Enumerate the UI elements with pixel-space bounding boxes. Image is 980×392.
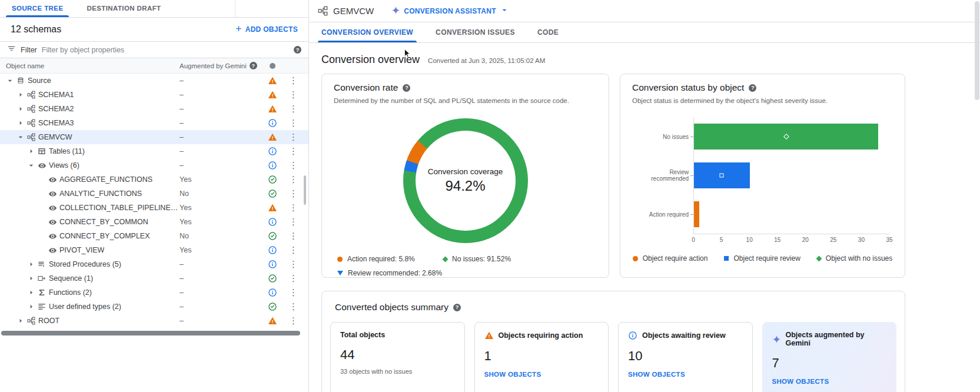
- kebab-menu-icon[interactable]: ⋮: [283, 217, 304, 227]
- kebab-menu-icon[interactable]: ⋮: [283, 231, 304, 241]
- tab-conversion-overview[interactable]: CONVERSION OVERVIEW: [321, 22, 413, 42]
- help-icon[interactable]: ?: [453, 304, 461, 311]
- expander-icon[interactable]: [15, 104, 26, 114]
- help-icon[interactable]: ?: [250, 62, 257, 69]
- summary-card-title: Objects awaiting review: [642, 331, 726, 340]
- conversion-status-card: Conversion status by object ? Object sta…: [620, 74, 905, 278]
- eye-icon: [47, 217, 58, 227]
- tree-row[interactable]: Source–⋮: [0, 74, 308, 88]
- kebab-menu-icon[interactable]: ⋮: [283, 89, 304, 100]
- tab-destination-draft[interactable]: DESTINATION DRAFT: [75, 0, 172, 17]
- status-info-icon[interactable]: [262, 161, 283, 170]
- show-objects-link[interactable]: SHOW OBJECTS: [484, 371, 542, 378]
- tab-source-tree[interactable]: SOURCE TREE: [0, 0, 75, 17]
- tree-row[interactable]: COLLECTION_TABLE_PIPELINED_VIEWYes⋮: [0, 201, 308, 215]
- tree-row[interactable]: SCHEMA1–⋮: [0, 88, 308, 102]
- expander-icon[interactable]: [5, 75, 15, 86]
- status-warning-icon[interactable]: [262, 132, 283, 142]
- tree-row[interactable]: Views (6)–⋮: [0, 158, 308, 172]
- page-vertical-scrollbar[interactable]: [975, 1, 979, 100]
- augmented-value: Yes: [180, 246, 262, 254]
- add-objects-button[interactable]: ADD OBJECTS: [234, 24, 298, 35]
- expander-icon[interactable]: [26, 160, 36, 171]
- augmented-value: Yes: [180, 204, 262, 212]
- kebab-menu-icon[interactable]: ⋮: [283, 160, 304, 171]
- tree-row[interactable]: CONNECT_BY_COMPLEXNo⋮: [0, 229, 308, 243]
- tree-row[interactable]: Stored Procedures (5)–⋮: [0, 257, 308, 271]
- status-warning-icon[interactable]: [262, 203, 283, 212]
- show-objects-link[interactable]: SHOW OBJECTS: [772, 378, 829, 385]
- kebab-menu-icon[interactable]: ⋮: [283, 273, 304, 284]
- object-tree: Source–⋮SCHEMA1–⋮SCHEMA2–⋮SCHEMA3–⋮GEMVC…: [0, 74, 308, 328]
- tree-row[interactable]: CONNECT_BY_COMMONYes⋮: [0, 215, 308, 229]
- status-info-icon[interactable]: [262, 217, 283, 227]
- kebab-menu-icon[interactable]: ⋮: [283, 188, 304, 199]
- kebab-menu-icon[interactable]: ⋮: [283, 259, 304, 270]
- tree-row[interactable]: SCHEMA3–⋮: [0, 116, 308, 130]
- status-info-icon[interactable]: [262, 288, 283, 297]
- kebab-menu-icon[interactable]: ⋮: [283, 118, 304, 128]
- augmented-value: –: [180, 288, 262, 297]
- kebab-menu-icon[interactable]: ⋮: [283, 132, 304, 142]
- expander-icon[interactable]: [26, 259, 36, 270]
- help-icon[interactable]: ?: [294, 46, 301, 54]
- expander-icon[interactable]: [26, 301, 36, 312]
- kebab-menu-icon[interactable]: ⋮: [283, 315, 304, 326]
- conversion-assistant-button[interactable]: CONVERSION ASSISTANT: [391, 5, 509, 16]
- help-icon[interactable]: ?: [403, 84, 410, 92]
- tree-row[interactable]: User defined types (2)–⋮: [0, 300, 308, 314]
- kebab-menu-icon[interactable]: ⋮: [283, 301, 304, 312]
- status-warning-icon[interactable]: [262, 90, 283, 99]
- tree-vertical-scrollbar[interactable]: [304, 175, 306, 205]
- tree-row[interactable]: ROOT–⋮: [0, 314, 308, 328]
- expander-icon[interactable]: [15, 89, 26, 100]
- kebab-menu-icon[interactable]: ⋮: [283, 245, 304, 255]
- tree-row[interactable]: GEMVCW–⋮: [0, 130, 308, 144]
- status-check-icon[interactable]: [262, 274, 283, 283]
- expander-icon[interactable]: [15, 132, 26, 142]
- tree-row[interactable]: Tables (11)–⋮: [0, 144, 308, 158]
- status-check-icon[interactable]: [262, 231, 283, 241]
- tab-code[interactable]: CODE: [537, 22, 559, 42]
- kebab-menu-icon[interactable]: ⋮: [283, 146, 304, 157]
- kebab-menu-icon[interactable]: ⋮: [283, 174, 304, 185]
- tree-row[interactable]: Functions (2)–⋮: [0, 285, 308, 300]
- status-check-icon[interactable]: [262, 189, 283, 198]
- summary-card-value: 44: [340, 347, 455, 363]
- status-info-icon[interactable]: [262, 118, 283, 128]
- expander-icon[interactable]: [15, 118, 26, 128]
- augmented-value: Yes: [180, 218, 262, 226]
- status-check-icon[interactable]: [262, 175, 283, 184]
- help-icon[interactable]: ?: [749, 84, 756, 92]
- expander-icon[interactable]: [26, 273, 36, 284]
- status-check-icon[interactable]: [262, 302, 283, 311]
- status-warning-icon[interactable]: [262, 76, 283, 85]
- legend-item: Object require review: [724, 254, 800, 263]
- kebab-menu-icon[interactable]: ⋮: [283, 202, 304, 213]
- status-warning-icon[interactable]: [262, 104, 283, 114]
- augmented-value: No: [180, 190, 262, 198]
- expander-icon[interactable]: [26, 287, 36, 298]
- object-name: User defined types (2): [49, 303, 121, 311]
- expander-icon[interactable]: [26, 146, 36, 157]
- tree-row[interactable]: SCHEMA2–⋮: [0, 102, 308, 116]
- kebab-menu-icon[interactable]: ⋮: [283, 287, 304, 298]
- conversion-rate-donut: Conversion coverage 94.2%: [403, 118, 528, 243]
- kebab-menu-icon[interactable]: ⋮: [283, 75, 304, 86]
- status-warning-icon[interactable]: [262, 316, 283, 325]
- show-objects-link[interactable]: SHOW OBJECTS: [628, 371, 685, 378]
- tree-row[interactable]: Sequence (1)–⋮: [0, 271, 308, 285]
- tree-row[interactable]: AGGREGATE_FUNCTIONSYes⋮: [0, 172, 308, 187]
- status-info-icon[interactable]: [262, 147, 283, 156]
- tree-row[interactable]: ANALYTIC_FUNCTIONSNo⋮: [0, 187, 308, 201]
- circle-marker-icon: [633, 256, 638, 261]
- kebab-menu-icon[interactable]: ⋮: [283, 104, 304, 114]
- horizontal-scrollbar[interactable]: [1, 331, 300, 335]
- tab-conversion-issues[interactable]: CONVERSION ISSUES: [436, 22, 515, 42]
- tree-row[interactable]: PIVOT_VIEWYes⋮: [0, 243, 308, 257]
- status-info-icon[interactable]: [262, 260, 283, 269]
- status-info-icon[interactable]: [262, 245, 283, 255]
- card-title: Conversion rate: [334, 82, 398, 93]
- expander-icon[interactable]: [15, 315, 26, 326]
- filter-input[interactable]: [42, 46, 289, 54]
